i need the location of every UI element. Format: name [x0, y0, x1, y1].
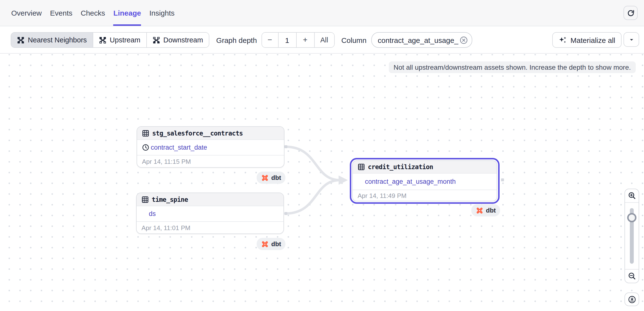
- zoom-out-button[interactable]: [625, 269, 639, 283]
- column-row[interactable]: contract_start_date: [137, 140, 284, 155]
- mode-label: Upstream: [110, 36, 140, 44]
- zoom-slider-thumb[interactable]: [627, 213, 636, 222]
- column-name[interactable]: contract_age_at_usage_month: [365, 178, 456, 185]
- tab-checks[interactable]: Checks: [81, 0, 105, 26]
- node-credit-utilization[interactable]: credit_utilization contract_age_at_usage…: [352, 160, 497, 201]
- zoom-in-button[interactable]: [625, 189, 639, 203]
- node-time-spine[interactable]: time_spine ds Apr 14, 11:01 PM: [136, 193, 284, 234]
- node-title: time_spine: [152, 196, 188, 203]
- materialize-all-label: Materialize all: [570, 36, 615, 44]
- refresh-icon: [627, 9, 634, 17]
- table-icon: [142, 196, 149, 203]
- node-header[interactable]: stg_salesforce__contracts: [137, 127, 284, 140]
- node-title: credit_utilization: [368, 163, 433, 171]
- lineage-edges: [0, 54, 644, 311]
- downstream-icon: [153, 36, 160, 44]
- dbt-badge-label: dbt: [271, 240, 281, 248]
- dbt-badge-label: dbt: [271, 174, 281, 181]
- node-credit-utilization-selected[interactable]: credit_utilization contract_age_at_usage…: [350, 158, 500, 204]
- toolbar-right-actions: Materialize all: [552, 32, 644, 48]
- lineage-canvas[interactable]: Not all upstream/downstream assets shown…: [0, 54, 644, 311]
- mode-button-group: Nearest Neighbors Upstream Downstream: [11, 32, 209, 48]
- graph-depth-label: Graph depth: [216, 36, 257, 44]
- tab-lineage[interactable]: Lineage: [114, 0, 141, 26]
- dbt-logo-icon: [476, 206, 484, 214]
- dbt-badge: dbt: [256, 238, 286, 250]
- materialize-all-button[interactable]: Materialize all: [552, 32, 622, 48]
- center-view-icon: [628, 295, 636, 304]
- nearest-neighbors-icon: [17, 36, 24, 44]
- column-name[interactable]: contract_start_date: [151, 144, 207, 151]
- center-view-button[interactable]: [624, 293, 639, 306]
- column-label: Column: [341, 36, 366, 44]
- tab-events[interactable]: Events: [50, 0, 72, 26]
- clear-column-icon[interactable]: [460, 36, 468, 44]
- sparkles-icon: [559, 36, 567, 44]
- lineage-page: Overview Events Checks Lineage Insights …: [0, 0, 644, 311]
- table-icon: [142, 129, 149, 137]
- column-filter-pill[interactable]: contract_age_at_usage_: [372, 32, 472, 48]
- column-row[interactable]: ds: [136, 206, 284, 221]
- depth-value: 1: [278, 33, 296, 47]
- zoom-slider[interactable]: [625, 203, 639, 269]
- clock-icon: [142, 144, 149, 151]
- dbt-badge-label: dbt: [486, 207, 496, 214]
- node-timestamp: Apr 14, 11:01 PM: [136, 221, 284, 234]
- column-row[interactable]: contract_age_at_usage_month: [353, 174, 497, 190]
- mode-label: Nearest Neighbors: [28, 36, 87, 44]
- lineage-toolbar: Nearest Neighbors Upstream Downstream Gr…: [0, 27, 644, 54]
- refresh-button[interactable]: [624, 6, 638, 20]
- tab-insights[interactable]: Insights: [149, 0, 174, 26]
- node-timestamp: Apr 14, 11:49 PM: [353, 190, 497, 201]
- zoom-out-icon: [628, 272, 636, 280]
- dbt-badge: dbt: [471, 204, 500, 216]
- node-header[interactable]: time_spine: [136, 193, 284, 206]
- dbt-logo-icon: [261, 240, 269, 248]
- dbt-badge: dbt: [256, 172, 286, 184]
- depth-all-button[interactable]: All: [314, 33, 334, 47]
- mode-label: Downstream: [164, 36, 203, 44]
- top-nav: Overview Events Checks Lineage Insights: [0, 0, 644, 26]
- node-stg-salesforce-contracts[interactable]: stg_salesforce__contracts contract_start…: [136, 126, 284, 168]
- depth-decrease-button[interactable]: −: [262, 33, 278, 47]
- dbt-logo-icon: [261, 174, 269, 182]
- zoom-controls: [624, 189, 639, 283]
- table-icon: [358, 163, 365, 171]
- node-header[interactable]: credit_utilization: [353, 161, 497, 174]
- node-title: stg_salesforce__contracts: [152, 129, 243, 137]
- node-timestamp: Apr 14, 11:15 PM: [137, 155, 284, 167]
- nav-tabs: Overview Events Checks Lineage Insights: [0, 0, 175, 26]
- mode-upstream[interactable]: Upstream: [93, 33, 147, 47]
- graph-depth-stepper: − 1 + All: [261, 32, 334, 48]
- mode-downstream[interactable]: Downstream: [147, 33, 209, 47]
- materialize-options-button[interactable]: [624, 32, 639, 47]
- column-filter-value: contract_age_at_usage_: [378, 36, 458, 44]
- upstream-icon: [99, 36, 106, 44]
- chevron-down-icon: [629, 37, 634, 42]
- zoom-in-icon: [628, 192, 636, 200]
- column-name[interactable]: ds: [149, 210, 156, 217]
- depth-increase-button[interactable]: +: [296, 33, 314, 47]
- tab-overview[interactable]: Overview: [11, 0, 42, 26]
- mode-nearest-neighbors[interactable]: Nearest Neighbors: [11, 33, 93, 47]
